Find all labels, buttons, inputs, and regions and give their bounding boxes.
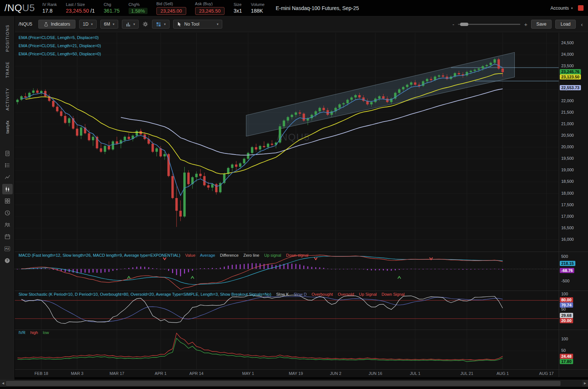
axis-label: 17,500 [561, 202, 574, 207]
axis-label: 19,500 [561, 156, 574, 161]
axis-label: 21,000 [561, 121, 574, 126]
chevron-down-icon: ▾ [133, 22, 135, 26]
grid-layout-icon [156, 22, 161, 27]
load-label: Load [560, 22, 571, 27]
contract-description: E-mini Nasdaq-100 Futures, Sep-25 [276, 5, 359, 11]
axis-label: 50 [561, 348, 566, 353]
axis-label: 19,000 [561, 168, 574, 172]
macd-title: MACD (Fast length=12, Slow length=26, MA… [19, 253, 180, 257]
zoom-slider-handle[interactable] [460, 23, 468, 26]
panel-divider[interactable] [15, 291, 588, 291]
axis-label: 20,500 [561, 133, 574, 137]
interval-dropdown[interactable]: 1D ▾ [79, 20, 97, 29]
panel-divider[interactable] [15, 330, 588, 330]
range-dropdown[interactable]: 6M ▾ [100, 20, 118, 29]
time-axis-label: APR 1 [155, 371, 167, 376]
chart-type-dropdown[interactable]: ▾ [122, 20, 139, 29]
analyze-icon[interactable] [2, 172, 13, 182]
bid-field: Bid (Sell) 23,245.00 [156, 1, 186, 15]
ema50-label: EMA (Price=CLOSE, Length=50, Displace=0) [19, 50, 101, 58]
sidebar-tab-activity[interactable]: ACTIVITY [5, 88, 10, 111]
volume-value: 188K [251, 8, 263, 14]
time-axis-label: FEB 18 [35, 371, 48, 376]
sidebar-tab-positions[interactable]: POSITIONS [5, 25, 10, 52]
fz-icon[interactable]: FZ [2, 243, 13, 254]
time-axis-label: MAR 17 [110, 371, 125, 376]
scrollbar-track[interactable] [6, 380, 582, 387]
axis-label: 24,000 [561, 52, 574, 56]
axis-value-bubble: 80.00 [560, 297, 573, 302]
symbol-title: /NQU5 [4, 2, 35, 14]
iv-rank-value: 17.8 [42, 8, 52, 14]
time-axis-label: JUN 16 [369, 371, 382, 376]
axis-label: 500 [561, 254, 568, 259]
stoch-oversold-label: Oversold [338, 292, 354, 296]
people-icon[interactable] [2, 220, 13, 230]
drawing-tool-dropdown[interactable]: No Tool ▾ [173, 20, 222, 29]
axis-value-bubble: 23,245.76 [560, 69, 581, 74]
grid-icon[interactable] [2, 196, 13, 206]
zoom-slider[interactable] [458, 24, 520, 25]
chg-label: Chg [104, 2, 111, 7]
journal-icon[interactable] [2, 148, 13, 159]
save-button[interactable]: Save [531, 20, 552, 29]
accounts-menu[interactable]: Accounts ▾ [550, 6, 573, 11]
chart-icon[interactable] [2, 184, 13, 194]
macd-up-signal-label: Up signal [264, 253, 281, 257]
size-field: Size 3x1 [233, 2, 242, 14]
chevron-down-icon: ▾ [571, 6, 573, 10]
toolbar-symbol-label: /NQU5 [19, 22, 32, 27]
main-chart-canvas[interactable]: /NQU5 [15, 33, 559, 252]
time-axis-label: MAR 3 [71, 371, 84, 376]
zoom-in-button[interactable]: + [524, 21, 527, 27]
time-axis-label: AUG 1 [497, 371, 509, 376]
ask-label: Ask (Buy) [195, 1, 213, 6]
load-button[interactable]: Load [555, 20, 576, 29]
ivr-high-label: high [30, 330, 38, 335]
history-icon[interactable] [2, 208, 13, 218]
scroll-left-button[interactable]: ◀ [0, 380, 6, 387]
indicators-button[interactable]: Indicators [38, 20, 75, 29]
panel-divider[interactable] [15, 252, 588, 252]
range-value: 6M [104, 22, 110, 27]
sidebar-tab-trade[interactable]: TRADE [5, 61, 10, 78]
collapse-panel-button[interactable]: ‹ [579, 21, 584, 27]
time-axis-label: APR 14 [190, 371, 204, 376]
ivr-low-label: low [43, 330, 49, 335]
accounts-label: Accounts [550, 6, 569, 11]
calendar-icon[interactable] [2, 231, 13, 242]
axis-value-bubble: 23,123.50 [560, 74, 581, 80]
flask-icon [43, 22, 49, 27]
zoom-out-button[interactable]: - [452, 21, 454, 27]
ivr-panel-canvas[interactable] [15, 330, 559, 370]
stochastic-panel-canvas[interactable] [15, 291, 559, 330]
layout-dropdown[interactable]: ▾ [152, 20, 169, 29]
horizontal-scrollbar[interactable]: ◀ ▶ [0, 380, 588, 386]
macd-average-label: Average [200, 253, 215, 257]
alert-indicator[interactable] [578, 5, 584, 11]
axis-label: 23,500 [561, 64, 574, 68]
stochastic-legend: Slow Stochastic (K Period=10, D Period=1… [19, 292, 408, 296]
watchlist-icon[interactable] [2, 160, 13, 171]
scroll-right-button[interactable]: ▶ [582, 380, 588, 387]
ask-button[interactable]: 23,245.50 [195, 7, 225, 15]
axis-label: 21,500 [561, 110, 574, 114]
chevron-down-icon: ▾ [113, 22, 114, 26]
chevron-down-icon: ▾ [91, 22, 93, 26]
sidebar-tab-tastyfx[interactable]: tastyfx [5, 120, 10, 133]
macd-panel-canvas[interactable] [15, 252, 559, 291]
scrollbar-handle[interactable] [6, 381, 560, 386]
axis-label: -500 [561, 279, 569, 283]
last-size: /1 [90, 8, 95, 14]
left-sidebar: POSITIONS TRADE ACTIVITY tastyfx FZ? [0, 16, 15, 380]
axis-label: 16,500 [561, 226, 574, 230]
bid-button[interactable]: 23,245.00 [156, 7, 186, 15]
stoch-down-signal-label: Down Signal [382, 292, 405, 296]
time-axis[interactable]: FEB 18MAR 3MAR 17APR 1APR 14MAY 1MAY 19J… [0, 370, 588, 377]
axis-value-bubble: 17.80 [560, 359, 573, 364]
price-axis[interactable]: 24,50024,00023,50023,00022,50022,00021,5… [559, 33, 588, 377]
settings-button[interactable] [142, 20, 148, 29]
help-icon[interactable]: ? [2, 255, 13, 266]
axis-value-bubble: 29.68 [560, 313, 573, 318]
macd-value-label: Value [185, 253, 195, 257]
